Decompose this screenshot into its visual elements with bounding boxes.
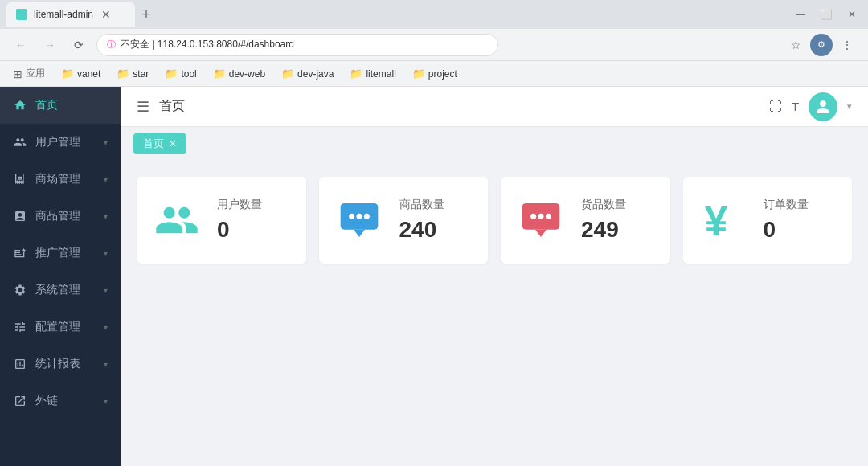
browser-tab[interactable]: litemall-admin ✕ — [6, 2, 135, 27]
sidebar: 首页 用户管理 ▾ 商场管理 ▾ 商品管理 ▾ 推广 — [0, 87, 121, 466]
chevron-down-icon-2: ▾ — [104, 175, 108, 184]
browser-chrome: litemall-admin ✕ + — ⬜ ✕ ← → ⟳ ⓘ 不安全 | 1… — [0, 0, 868, 87]
menu-toggle-button[interactable]: ☰ — [137, 98, 149, 116]
sidebar-goods-label: 商品管理 — [35, 209, 96, 223]
nav-bar: ← → ⟳ ⓘ 不安全 | 118.24.0.153:8080/#/dashbo… — [0, 29, 868, 61]
chevron-down-icon: ▾ — [104, 138, 108, 147]
users-stat-icon — [153, 196, 201, 244]
bookmarks-bar: ⊞ 应用 📁 vanet 📁 star 📁 tool 📁 dev-web 📁 d… — [0, 61, 868, 87]
bookmark-star-button[interactable]: ☆ — [784, 34, 807, 56]
products-stat-label: 商品数量 — [399, 198, 444, 212]
bookmark-folder-icon-6: 📁 — [350, 67, 362, 80]
users-stat-value: 0 — [217, 217, 262, 243]
svg-point-1 — [349, 214, 354, 219]
bookmark-litemall[interactable]: 📁 litemall — [343, 66, 402, 81]
extensions-button[interactable]: ⚙ — [810, 34, 833, 56]
header-actions: ⛶ T ▾ — [769, 92, 852, 121]
bookmark-litemall-label: litemall — [366, 68, 395, 80]
sidebar-item-external[interactable]: 外链 ▾ — [0, 382, 121, 419]
tabs-bar: 首页 ✕ — [121, 127, 868, 161]
close-window-button[interactable]: ✕ — [842, 5, 862, 24]
nav-actions: ☆ ⚙ ⋮ — [784, 34, 858, 56]
orders-stat-icon: ¥ — [699, 196, 747, 244]
sidebar-item-users[interactable]: 用户管理 ▾ — [0, 124, 121, 161]
stat-card-products: 商品数量 240 — [319, 177, 489, 264]
tab-close-button[interactable]: ✕ — [100, 8, 113, 21]
fullscreen-button[interactable]: ⛶ — [769, 100, 782, 114]
bookmark-vanet[interactable]: 📁 vanet — [55, 66, 107, 81]
sidebar-item-system[interactable]: 系统管理 ▾ — [0, 272, 121, 309]
products-stat-value: 240 — [399, 217, 444, 243]
goods-stat-info: 货品数量 249 — [581, 198, 626, 243]
tab-bar: litemall-admin ✕ + — ⬜ ✕ — [0, 0, 868, 29]
svg-marker-9 — [535, 230, 547, 237]
sidebar-item-market[interactable]: 商场管理 ▾ — [0, 161, 121, 198]
sidebar-item-home[interactable]: 首页 — [0, 87, 121, 124]
security-icon: ⓘ — [107, 39, 116, 51]
bookmark-star-label: star — [133, 68, 149, 80]
sidebar-item-promo[interactable]: 推广管理 ▾ — [0, 235, 121, 272]
chevron-down-icon-4: ▾ — [104, 249, 108, 258]
page-title: 首页 — [159, 98, 185, 115]
config-icon — [13, 320, 27, 334]
goods-stat-label: 货品数量 — [581, 198, 626, 212]
orders-stat-value: 0 — [764, 217, 809, 243]
bookmark-tool[interactable]: 📁 tool — [158, 66, 203, 81]
stat-card-users: 用户数量 0 — [137, 177, 306, 264]
sidebar-item-goods[interactable]: 商品管理 ▾ — [0, 198, 121, 235]
apps-grid-icon: ⊞ — [13, 67, 23, 80]
bookmark-folder-icon-3: 📁 — [165, 67, 178, 80]
main-content: ☰ 首页 ⛶ T ▾ 首页 ✕ — [121, 87, 868, 466]
svg-text:¥: ¥ — [704, 198, 727, 243]
sidebar-config-label: 配置管理 — [35, 320, 96, 334]
stats-grid: 用户数量 0 — [137, 177, 852, 264]
bookmark-vanet-label: vanet — [77, 68, 100, 80]
bookmark-devweb[interactable]: 📁 dev-web — [207, 66, 272, 81]
stat-card-orders: ¥ 订单数量 0 — [683, 177, 853, 264]
url-text: 不安全 | 118.24.0.153:8080/#/dashboard — [121, 38, 294, 51]
bookmark-star[interactable]: 📁 star — [110, 66, 155, 81]
home-tab[interactable]: 首页 ✕ — [133, 133, 186, 154]
stat-card-goods: 货品数量 249 — [501, 177, 670, 264]
svg-marker-4 — [354, 230, 365, 237]
new-tab-button[interactable]: + — [135, 3, 158, 26]
bookmark-folder-icon-4: 📁 — [213, 67, 226, 80]
chevron-down-icon-6: ▾ — [104, 323, 108, 332]
back-button[interactable]: ← — [10, 34, 32, 56]
bookmark-folder-icon: 📁 — [61, 67, 74, 80]
users-stat-info: 用户数量 0 — [217, 198, 262, 243]
bookmark-project-label: project — [428, 68, 457, 80]
sidebar-item-stats[interactable]: 统计报表 ▾ — [0, 345, 121, 382]
sidebar-item-config[interactable]: 配置管理 ▾ — [0, 309, 121, 345]
users-mgmt-icon — [13, 135, 27, 149]
forward-button[interactable]: → — [39, 34, 61, 56]
bookmark-project[interactable]: 📁 project — [406, 66, 464, 81]
home-tab-label: 首页 — [143, 137, 164, 151]
font-size-button[interactable]: T — [792, 100, 799, 113]
minimize-button[interactable]: — — [791, 5, 810, 24]
svg-point-6 — [530, 214, 536, 219]
svg-point-2 — [356, 214, 362, 219]
system-icon — [13, 283, 27, 297]
address-bar[interactable]: ⓘ 不安全 | 118.24.0.153:8080/#/dashboard — [96, 34, 498, 56]
bookmark-devjava[interactable]: 📁 dev-java — [275, 66, 340, 81]
products-stat-icon — [335, 196, 383, 244]
bookmark-tool-label: tool — [181, 68, 196, 80]
tab-close-icon[interactable]: ✕ — [169, 138, 177, 149]
bookmark-apps[interactable]: ⊞ 应用 — [6, 65, 51, 82]
goods-stat-icon — [517, 196, 565, 244]
user-avatar[interactable] — [809, 92, 837, 121]
sidebar-external-label: 外链 — [35, 394, 96, 408]
refresh-button[interactable]: ⟳ — [68, 34, 90, 56]
maximize-button[interactable]: ⬜ — [817, 5, 836, 24]
market-icon — [13, 172, 27, 186]
menu-button[interactable]: ⋮ — [836, 34, 858, 56]
chevron-down-icon-7: ▾ — [104, 360, 108, 369]
main-header: ☰ 首页 ⛶ T ▾ — [121, 87, 868, 127]
tab-title: litemall-admin — [34, 9, 93, 20]
chevron-down-icon-3: ▾ — [104, 212, 108, 221]
svg-point-7 — [538, 214, 544, 219]
chevron-down-icon-5: ▾ — [104, 286, 108, 295]
products-stat-info: 商品数量 240 — [399, 198, 444, 243]
window-controls: — ⬜ ✕ — [791, 5, 862, 24]
